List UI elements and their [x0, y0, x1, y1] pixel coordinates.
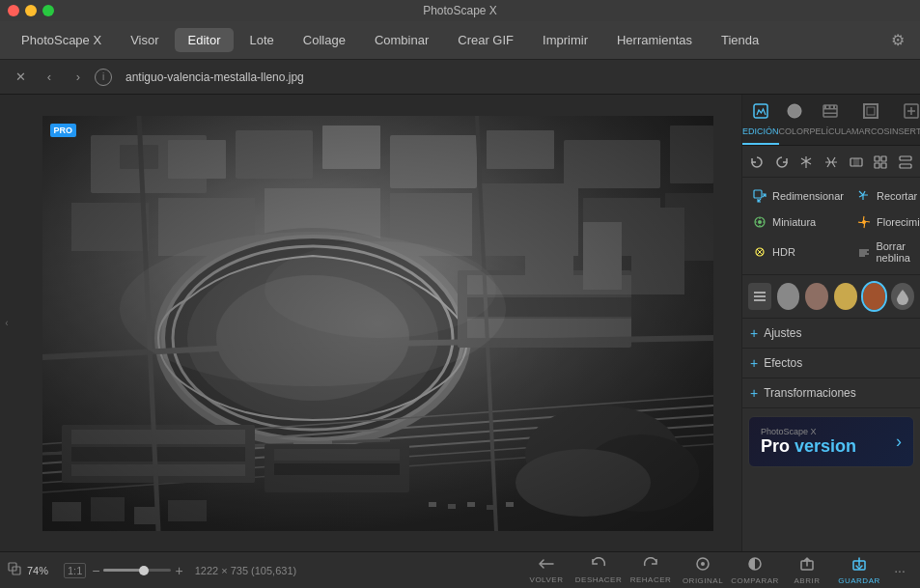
tab-marcos[interactable]: MARCOS: [851, 95, 890, 145]
original-button[interactable]: ORIGINAL: [679, 553, 727, 588]
volver-label: VOLVER: [530, 575, 564, 584]
tab-insertar[interactable]: INSERTAR: [890, 95, 920, 145]
nav-item-photoscape[interactable]: PhotoScape X: [8, 28, 115, 52]
more-options-button[interactable]: ···: [887, 558, 912, 583]
pro-badge: PRO: [50, 124, 77, 137]
filter-selected-button[interactable]: [863, 283, 886, 310]
ajustes-plus-icon: +: [750, 325, 758, 341]
volver-icon: [538, 557, 555, 574]
filter-gold-button[interactable]: [834, 283, 857, 310]
nav-item-visor[interactable]: Visor: [117, 28, 172, 52]
close-file-button[interactable]: ✕: [8, 65, 33, 90]
pro-banner-text: PhotoScape X Pro version: [761, 427, 856, 457]
dimensions-text: 1222 × 735 (105,631): [195, 565, 297, 576]
bottom-left: 74% 1:1 − + 1222 × 735 (105,631): [8, 562, 518, 578]
nav-item-herramientas[interactable]: Herramientas: [603, 28, 706, 52]
flip-v-button[interactable]: [821, 150, 842, 175]
efectos-section[interactable]: + Efectos: [742, 349, 920, 378]
tab-insertar-label: INSERTAR: [890, 126, 920, 136]
efectos-plus-icon: +: [750, 355, 758, 371]
rotate-cw-button[interactable]: [771, 150, 793, 175]
tab-marcos-label: MARCOS: [851, 126, 890, 136]
borrar-neblina-label: Borrar neblina: [876, 240, 920, 264]
nav-item-tienda[interactable]: Tienda: [708, 28, 772, 52]
filename-label: antiguo-valencia-mestalla-lleno.jpg: [125, 70, 304, 84]
filter-row: [742, 275, 920, 319]
left-panel-toggle[interactable]: ‹: [5, 318, 8, 328]
tab-pelicula-label: PELÍCULA: [810, 126, 852, 136]
hdr-button[interactable]: HDR: [746, 236, 850, 268]
flip-h-button[interactable]: [795, 150, 817, 175]
abrir-icon: [799, 556, 815, 574]
nav-item-editor[interactable]: Editor: [175, 28, 235, 52]
redimensionar-label: Redimensionar: [772, 190, 844, 202]
canvas-area[interactable]: PRO: [14, 95, 741, 551]
zoom-slider-fill: [103, 569, 141, 572]
nav-item-combinar[interactable]: Combinar: [361, 28, 442, 52]
zoom-slider[interactable]: [103, 569, 171, 572]
more-tools-button[interactable]: [895, 150, 916, 175]
rehacer-button[interactable]: REHACER: [627, 554, 675, 587]
expand-button[interactable]: [846, 150, 867, 175]
tab-edicion[interactable]: EDICIÓN: [742, 95, 779, 145]
zoom-plus-button[interactable]: +: [175, 563, 182, 578]
tab-pelicula[interactable]: PELÍCULA: [810, 95, 852, 145]
recortar-label: Recortar: [877, 190, 917, 202]
filter-lines-button[interactable]: [748, 283, 771, 310]
deshacer-button[interactable]: DESHACER: [574, 554, 623, 587]
volver-button[interactable]: VOLVER: [522, 554, 571, 587]
svg-rect-79: [754, 190, 762, 198]
tab-color-label: COLOR: [779, 126, 810, 136]
florecimiento-button[interactable]: Florecimiento: [850, 210, 920, 235]
next-file-button[interactable]: ›: [66, 65, 91, 90]
rotate-ccw-button[interactable]: [746, 150, 767, 175]
nav-item-lote[interactable]: Lote: [236, 28, 287, 52]
filter-grey-button[interactable]: [777, 283, 800, 310]
rehacer-icon: [643, 557, 658, 574]
filter-drop-button[interactable]: [891, 283, 914, 310]
transformaciones-label: Transformaciones: [764, 386, 856, 400]
bottom-toolbar: 74% 1:1 − + 1222 × 735 (105,631) VOLVER: [0, 551, 920, 588]
original-label: ORIGINAL: [683, 576, 723, 585]
pro-arrow-icon: ›: [896, 432, 902, 452]
info-button[interactable]: i: [95, 69, 112, 86]
guardar-icon: [851, 556, 867, 574]
ajustes-label: Ajustes: [764, 326, 801, 340]
zoom-slider-thumb[interactable]: [139, 566, 149, 575]
minimize-button[interactable]: [25, 5, 37, 16]
close-button[interactable]: [8, 5, 19, 16]
zoom-ratio[interactable]: 1:1: [64, 563, 86, 578]
left-panel: ‹: [0, 95, 14, 551]
maximize-button[interactable]: [42, 5, 54, 16]
transformaciones-section[interactable]: + Transformaciones: [742, 378, 920, 408]
guardar-button[interactable]: GUARDAR: [835, 553, 883, 588]
zoom-minus-button[interactable]: −: [92, 563, 99, 578]
transformaciones-plus-icon: +: [750, 385, 758, 401]
svg-rect-65: [833, 105, 835, 108]
tools-grid: Redimensionar Recortar: [742, 178, 920, 275]
nav-item-crear-gif[interactable]: Crear GIF: [444, 28, 527, 52]
filter-brown-button[interactable]: [805, 283, 828, 310]
comparar-icon: [747, 556, 763, 574]
tab-color[interactable]: COLOR: [779, 95, 810, 145]
file-toolbar: ✕ ‹ › i antiguo-valencia-mestalla-lleno.…: [0, 60, 920, 95]
svg-rect-76: [881, 163, 886, 168]
svg-rect-73: [875, 156, 879, 161]
ajustes-section[interactable]: + Ajustes: [742, 319, 920, 349]
redimensionar-button[interactable]: Redimensionar: [746, 183, 850, 209]
svg-point-90: [701, 562, 705, 566]
recortar-button[interactable]: Recortar: [850, 183, 920, 209]
nav-item-collage[interactable]: Collage: [290, 28, 359, 52]
window-title: PhotoScape X: [423, 4, 497, 17]
svg-rect-61: [823, 108, 837, 110]
settings-button[interactable]: ⚙: [883, 26, 912, 55]
nav-item-imprimir[interactable]: Imprimir: [529, 28, 601, 52]
pro-version-banner[interactable]: PhotoScape X Pro version ›: [748, 416, 914, 467]
borrar-neblina-button[interactable]: Borrar neblina: [850, 236, 920, 268]
miniatura-button[interactable]: Miniatura: [746, 210, 850, 235]
prev-file-button[interactable]: ‹: [37, 65, 62, 90]
insertar-icon: [903, 102, 920, 124]
grid-button[interactable]: [871, 150, 892, 175]
abrir-button[interactable]: ABRIR: [783, 553, 831, 588]
comparar-button[interactable]: COMPARAR: [731, 553, 779, 588]
